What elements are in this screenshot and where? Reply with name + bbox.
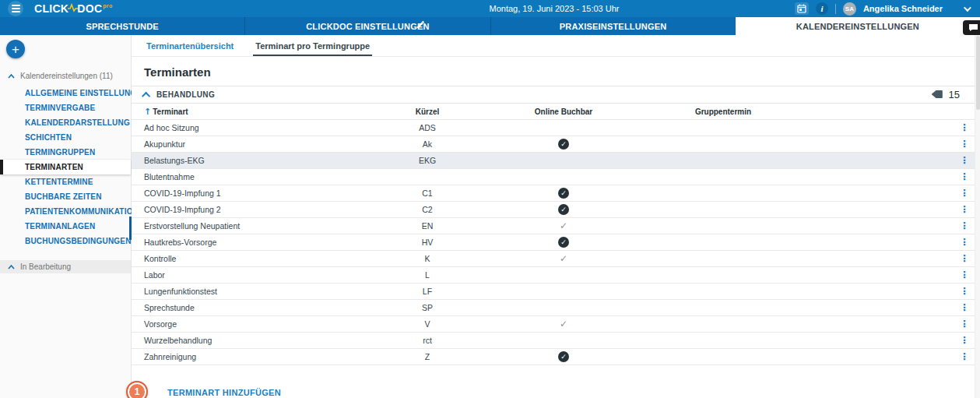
table-row-hautkrebs-vorsorge[interactable]: Hautkrebs-VorsorgeHV✓⋮ [132, 234, 980, 251]
column-kuerzel[interactable]: Kürzel [388, 107, 466, 116]
sidebar-item-patientenkommunikation[interactable]: PATIENTENKOMMUNIKATION [0, 204, 131, 219]
annotation-step-number: 1 [129, 384, 145, 398]
terminart-kuerzel: EN [388, 221, 466, 231]
column-online-buchbar[interactable]: Online Buchbar [466, 107, 661, 116]
sidebar-section-kalendereinstellungen[interactable]: Kalendereinstellungen (11) [0, 69, 131, 83]
sidebar-item-terminarten[interactable]: TERMINARTEN [0, 160, 131, 174]
vertical-scrollbar[interactable] [975, 35, 980, 398]
nav-tab-clickdoc-einstellungen[interactable]: CLICKDOC EINSTELLUNGEN [244, 17, 490, 35]
kebab-menu-icon[interactable]: ⋮ [960, 188, 969, 199]
sidebar-item-termingruppen[interactable]: TERMINGRUPPEN [0, 145, 131, 160]
plus-icon[interactable]: + [6, 40, 25, 58]
terminart-name: COVID-19-Impfung 1 [144, 188, 221, 198]
terminart-kuerzel: EKG [388, 156, 466, 165]
table-row-zahnreinigung[interactable]: ZahnreinigungZ✓⋮ [132, 349, 980, 365]
chat-bubble-icon[interactable] [963, 20, 980, 35]
check-circle-icon: ✓ [558, 139, 569, 150]
table-row-wurzelbehandlung[interactable]: Wurzelbehandlungrct⋮ [132, 333, 980, 349]
sidebar-item-schichten[interactable]: SCHICHTEN [0, 130, 131, 145]
info-icon[interactable]: i [816, 2, 828, 15]
terminart-name: Vorsorge [144, 319, 177, 329]
logo-doc-text: DOC [77, 2, 102, 15]
terminart-name: Hautkrebs-Vorsorge [144, 238, 216, 247]
avatar[interactable]: SA [843, 2, 856, 16]
kebab-menu-icon[interactable]: ⋮ [960, 351, 969, 362]
table-row-vorsorge[interactable]: VorsorgeV✓⋮ [132, 316, 980, 333]
online-buchbar-cell: ✓ [466, 188, 661, 199]
topbar-divider [835, 4, 836, 14]
online-buchbar-cell: ✓ [466, 237, 661, 248]
kebab-menu-icon[interactable]: ⋮ [960, 302, 969, 313]
terminart-name: Wurzelbehandlung [144, 336, 212, 345]
page-title: Terminarten [144, 65, 968, 79]
group-collapse-toggle[interactable]: BEHANDLUNG [144, 90, 215, 99]
column-gruppentermin[interactable]: Gruppentermin [661, 107, 785, 116]
kebab-menu-icon[interactable]: ⋮ [960, 319, 969, 329]
terminart-name: Ad hoc Sitzung [144, 123, 199, 132]
sort-ascending-icon[interactable]: ↑ [144, 107, 151, 117]
pencil-icon[interactable] [416, 20, 425, 30]
kebab-menu-icon[interactable]: ⋮ [960, 171, 969, 182]
nav-tab-sprechstunde[interactable]: SPRECHSTUNDE [0, 17, 244, 35]
nav-tab-label: CLICKDOC EINSTELLUNGEN [306, 22, 429, 31]
kebab-menu-icon[interactable]: ⋮ [960, 269, 969, 280]
table-row-erstvorstellung-neupatient[interactable]: Erstvorstellung NeupatientEN✓⋮ [132, 218, 980, 234]
sidebar-section-in-bearbeitung[interactable]: In Bearbeitung [0, 260, 131, 273]
nav-tab-kalendereinstellungen[interactable]: KALENDEREINSTELLUNGEN [736, 17, 980, 35]
kebab-menu-icon[interactable]: ⋮ [960, 335, 969, 346]
terminart-name: Erstvorstellung Neupatient [144, 221, 240, 231]
chevron-down-icon[interactable] [964, 4, 971, 12]
terminart-kuerzel: LF [388, 287, 466, 296]
kebab-menu-icon[interactable]: ⋮ [960, 220, 969, 231]
kebab-menu-icon[interactable]: ⋮ [960, 204, 969, 215]
calendar-icon[interactable] [795, 2, 809, 15]
table-row-belastungs-ekg[interactable]: Belastungs-EKGEKG⋮ [132, 153, 980, 169]
hamburger-menu-icon[interactable] [8, 1, 23, 16]
online-buchbar-cell: ✓ [466, 351, 661, 362]
online-buchbar-cell: ✓ [466, 319, 661, 329]
table-row-ad-hoc-sitzung[interactable]: Ad hoc SitzungADS⋮ [132, 120, 980, 136]
online-buchbar-cell: ✓ [466, 204, 661, 215]
sidebar-item-buchungsbedingungen[interactable]: BUCHUNGSBEDINGUNGEN [0, 234, 131, 248]
table-row-covid-19-impfung-2[interactable]: COVID-19-Impfung 2C2✓⋮ [132, 202, 980, 218]
table-row-sprechstunde[interactable]: SprechstundeSP⋮ [132, 300, 980, 316]
chevron-up-icon [142, 91, 150, 100]
kebab-menu-icon[interactable]: ⋮ [960, 286, 969, 297]
sidebar-item-buchbare-zeiten[interactable]: BUCHBARE ZEITEN [0, 189, 131, 204]
logo-click-text: CLICK [34, 2, 68, 15]
table-row-labor[interactable]: LaborL⋮ [132, 267, 980, 284]
table-row-kontrolle[interactable]: KontrolleK✓⋮ [132, 251, 980, 267]
kebab-menu-icon[interactable]: ⋮ [960, 237, 969, 248]
table-row-covid-19-impfung-1[interactable]: COVID-19-Impfung 1C1✓⋮ [132, 185, 980, 202]
tab-terminartenuebersicht[interactable]: Terminartenübersicht [144, 41, 236, 56]
table-row-lungenfunktionstest[interactable]: LungenfunktionstestLF⋮ [132, 284, 980, 300]
terminarten-table: Ad hoc SitzungADS⋮AkupunkturAk✓⋮Belastun… [132, 120, 980, 365]
table-row-akupunktur[interactable]: AkupunkturAk✓⋮ [132, 136, 980, 153]
table-row-blutentnahme[interactable]: Blutentnahme⋮ [132, 169, 980, 185]
add-terminart-button[interactable]: TERMINART HINZUFÜGEN [167, 388, 281, 397]
terminart-name: COVID-19-Impfung 2 [144, 205, 221, 214]
sidebar-item-terminvergabe[interactable]: TERMINVERGABE [0, 100, 131, 115]
kebab-menu-icon[interactable]: ⋮ [960, 122, 969, 133]
scrollbar-thumb[interactable] [976, 36, 980, 110]
chevron-up-icon [8, 262, 15, 271]
kebab-menu-icon[interactable]: ⋮ [960, 139, 969, 150]
check-circle-icon: ✓ [558, 204, 569, 215]
terminart-kuerzel: Ak [388, 139, 466, 149]
nav-tab-praxiseinstellungen[interactable]: PRAXISEINSTELLUNGEN [490, 17, 736, 35]
sidebar-item-terminanlagen[interactable]: TERMINANLAGEN [0, 219, 131, 234]
column-terminart[interactable]: Terminart [153, 107, 188, 116]
terminart-kuerzel: Z [388, 352, 466, 361]
nav-tab-label: PRAXISEINSTELLUNGEN [560, 22, 667, 31]
online-buchbar-cell: ✓ [466, 220, 661, 231]
check-circle-icon: ✓ [558, 351, 569, 362]
logo-pro-badge: pro [103, 3, 112, 9]
terminart-kuerzel: C2 [388, 205, 466, 214]
kebab-menu-icon[interactable]: ⋮ [960, 155, 969, 166]
chevron-up-icon [8, 72, 15, 80]
kebab-menu-icon[interactable]: ⋮ [960, 253, 969, 264]
sidebar-item-kalenderdarstellung[interactable]: KALENDERDARSTELLUNG [0, 115, 131, 130]
tab-terminart-pro-termingruppe[interactable]: Terminart pro Termingruppe [253, 41, 372, 56]
sidebar-item-allgemeine-einstellungen[interactable]: ALLGEMEINE EINSTELLUNGEN [0, 86, 131, 100]
sidebar-item-kettentermine[interactable]: KETTENTERMINE [0, 174, 131, 189]
